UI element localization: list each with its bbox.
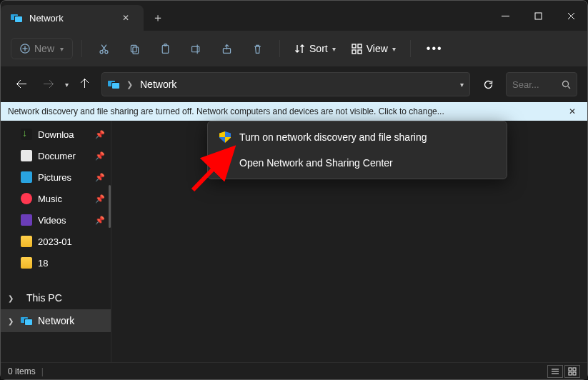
sidebar-item-network[interactable]: ❯Network xyxy=(1,309,111,332)
svg-rect-21 xyxy=(358,50,362,54)
tab-network[interactable]: Network ✕ xyxy=(1,5,144,31)
minimize-button[interactable] xyxy=(489,1,522,31)
sidebar-item-label: 2023-01 xyxy=(38,236,72,247)
close-window-button[interactable] xyxy=(554,1,587,31)
sidebar-item-label: Network xyxy=(38,315,74,326)
documents-icon xyxy=(21,150,32,161)
sort-label: Sort xyxy=(309,43,328,54)
paste-button[interactable] xyxy=(152,39,179,59)
sidebar-item-label: Downloa xyxy=(38,129,74,140)
svg-rect-13 xyxy=(162,45,169,53)
svg-line-10 xyxy=(101,44,106,51)
forward-button[interactable]: 🡢 xyxy=(38,74,59,95)
view-button[interactable]: View ▾ xyxy=(346,40,402,57)
new-tab-button[interactable]: ＋ xyxy=(144,5,172,31)
network-icon xyxy=(21,315,32,326)
sidebar-item-music[interactable]: Music📌 xyxy=(1,188,111,209)
pictures-icon xyxy=(21,171,32,183)
rename-button[interactable] xyxy=(183,39,209,59)
network-icon xyxy=(108,79,119,90)
sidebar-item-folder[interactable]: 18 xyxy=(1,252,111,274)
up-button[interactable]: 🡡 xyxy=(74,74,96,95)
body: Downloa📌 Documer📌 Pictures📌 Music📌 Video… xyxy=(1,121,587,362)
more-button[interactable]: ••• xyxy=(419,39,450,58)
sidebar-item-this-pc[interactable]: ❯This PC xyxy=(1,286,111,309)
navigation-row: 🡠 🡢 ▾ 🡡 ❯ Network ▾ Sear... xyxy=(1,66,587,102)
pin-icon: 📌 xyxy=(95,194,105,204)
sort-button[interactable]: Sort ▾ xyxy=(289,40,342,57)
address-bar[interactable]: ❯ Network ▾ xyxy=(101,72,470,96)
svg-rect-29 xyxy=(573,368,576,371)
sidebar-item-label: Videos xyxy=(38,215,66,226)
scrollbar[interactable] xyxy=(109,185,111,228)
network-icon xyxy=(11,12,22,24)
sidebar-item-label: Pictures xyxy=(38,172,71,183)
svg-rect-19 xyxy=(358,44,362,48)
svg-rect-15 xyxy=(192,46,199,52)
banner-message: Network discovery and file sharing are t… xyxy=(8,106,564,116)
window-controls xyxy=(489,1,587,31)
details-view-button[interactable] xyxy=(547,365,563,378)
address-location: Network xyxy=(140,79,453,90)
folder-icon xyxy=(21,257,32,269)
chevron-down-icon[interactable]: ▾ xyxy=(460,81,464,89)
menu-item-label: Open Network and Sharing Center xyxy=(239,157,393,169)
copy-button[interactable] xyxy=(121,39,148,59)
status-text: 0 items xyxy=(8,366,36,376)
svg-rect-30 xyxy=(569,372,572,375)
sidebar-item-label: 18 xyxy=(38,258,48,269)
thumbnails-view-button[interactable] xyxy=(564,365,580,378)
sidebar-item-label: Documer xyxy=(38,151,76,161)
breadcrumb-separator-icon: ❯ xyxy=(126,80,133,89)
cut-button[interactable] xyxy=(91,39,117,59)
back-button[interactable]: 🡠 xyxy=(11,74,32,95)
sidebar-item-documents[interactable]: Documer📌 xyxy=(1,145,111,166)
pin-icon: 📌 xyxy=(95,173,105,182)
sidebar-item-downloads[interactable]: Downloa📌 xyxy=(1,124,111,145)
file-explorer-window: Network ✕ ＋ New ▾ Sort ▾ xyxy=(0,0,588,380)
sidebar-item-label: This PC xyxy=(26,292,62,304)
search-placeholder: Sear... xyxy=(512,79,557,90)
refresh-icon xyxy=(483,79,494,90)
chevron-down-icon: ▾ xyxy=(332,45,336,53)
refresh-button[interactable] xyxy=(476,72,500,96)
history-chevron-icon[interactable]: ▾ xyxy=(65,81,69,89)
search-input[interactable]: Sear... xyxy=(506,72,577,96)
new-button-label: New xyxy=(34,43,54,54)
music-icon xyxy=(21,193,32,204)
svg-rect-1 xyxy=(535,13,542,19)
maximize-button[interactable] xyxy=(522,1,554,31)
sidebar-item-videos[interactable]: Videos📌 xyxy=(1,209,111,231)
expand-icon[interactable]: ❯ xyxy=(8,294,15,302)
toolbar-divider xyxy=(410,40,411,57)
content-area[interactable]: Turn on network discovery and file shari… xyxy=(111,121,587,362)
context-menu: Turn on network discovery and file shari… xyxy=(207,121,507,179)
toolbar-divider xyxy=(81,40,82,57)
sidebar-item-pictures[interactable]: Pictures📌 xyxy=(1,166,111,188)
new-button[interactable]: New ▾ xyxy=(11,38,73,59)
banner-close-button[interactable]: ✕ xyxy=(564,106,580,116)
tab-title: Network xyxy=(29,13,111,24)
toolbar-divider xyxy=(279,40,280,57)
menu-item-open-network-sharing-center[interactable]: Open Network and Sharing Center xyxy=(208,150,507,176)
svg-point-8 xyxy=(105,50,108,53)
pin-icon: 📌 xyxy=(95,151,105,161)
delete-button[interactable] xyxy=(244,39,271,59)
tab-close-button[interactable]: ✕ xyxy=(118,11,134,24)
chevron-down-icon: ▾ xyxy=(392,45,396,53)
svg-line-23 xyxy=(568,86,570,89)
sidebar-item-label: Music xyxy=(38,194,62,204)
titlebar: Network ✕ ＋ xyxy=(1,1,587,31)
download-icon xyxy=(21,129,32,140)
menu-item-turn-on-network-discovery[interactable]: Turn on network discovery and file shari… xyxy=(208,124,507,150)
share-button[interactable] xyxy=(214,39,240,59)
network-discovery-banner[interactable]: Network discovery and file sharing are t… xyxy=(1,102,587,121)
view-label: View xyxy=(367,43,388,54)
toolbar: New ▾ Sort ▾ View ▾ ••• xyxy=(1,31,587,66)
expand-icon[interactable]: ❯ xyxy=(8,317,15,325)
sidebar-item-folder[interactable]: 2023-01 xyxy=(1,231,111,252)
sort-icon xyxy=(294,44,305,54)
status-bar: 0 items | xyxy=(1,362,587,379)
svg-point-22 xyxy=(563,81,569,86)
svg-rect-12 xyxy=(133,46,139,53)
